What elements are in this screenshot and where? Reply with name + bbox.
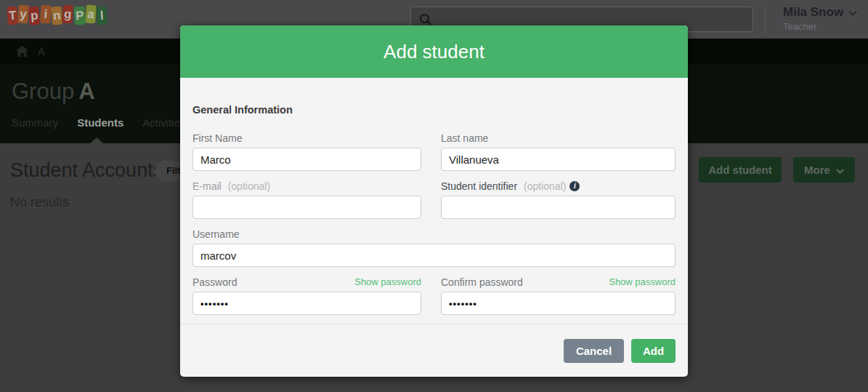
modal-title: Add student: [384, 41, 484, 63]
user-menu[interactable]: Mila Snow Teacher: [783, 5, 857, 32]
page-title: Student Accounts: [10, 159, 163, 182]
email-label: E-mail(optional): [192, 180, 421, 192]
topbar-divider: [765, 6, 766, 33]
password-label: Password Show password: [192, 276, 421, 288]
tab-summary[interactable]: Summary: [12, 116, 58, 129]
cancel-button[interactable]: Cancel: [564, 339, 624, 363]
modal-header: Add student: [180, 25, 688, 78]
logo-letter-1: y: [18, 5, 30, 24]
logo-letter-6: P: [73, 6, 86, 25]
logo-letter-7: a: [85, 5, 97, 24]
logo-letter-3: i: [40, 5, 52, 24]
user-name: Mila Snow: [783, 5, 843, 20]
chevron-down-icon: [836, 164, 844, 176]
chevron-down-icon: [848, 5, 857, 20]
logo-letter-8: l: [96, 7, 108, 25]
show-password-link[interactable]: Show password: [354, 276, 421, 287]
password-input[interactable]: [192, 292, 421, 315]
more-button[interactable]: More: [793, 157, 855, 183]
empty-state-text: No results: [10, 195, 69, 210]
info-icon[interactable]: i: [569, 181, 580, 191]
section-general-information: General Information: [192, 104, 676, 116]
group-title: GroupA: [12, 79, 95, 105]
first-name-input[interactable]: [192, 148, 421, 171]
student-identifier-input[interactable]: [441, 196, 676, 219]
typingpal-logo[interactable]: T y p i n g P a l: [7, 5, 108, 23]
logo-letter-2: p: [29, 7, 41, 25]
email-input[interactable]: [192, 196, 421, 219]
last-name-label: Last name: [441, 132, 676, 144]
last-name-input[interactable]: [441, 148, 676, 171]
username-input[interactable]: [192, 244, 676, 267]
logo-letter-0: T: [7, 7, 18, 25]
first-name-label: First Name: [192, 132, 421, 144]
group-tabs: Summary Students Activities: [12, 116, 186, 129]
tab-activities[interactable]: Activities: [142, 116, 185, 129]
user-role: Teacher: [783, 21, 857, 32]
logo-letter-5: g: [62, 5, 73, 24]
breadcrumb-group-a[interactable]: A: [38, 45, 45, 57]
modal-add-button[interactable]: Add: [631, 339, 676, 363]
footer-divider: [180, 324, 688, 324]
add-student-modal: Add student General Information First Na…: [180, 25, 688, 377]
username-label: Username: [192, 228, 676, 240]
tab-students[interactable]: Students: [77, 116, 123, 129]
student-identifier-label: Student identifier (optional) i: [441, 180, 676, 192]
show-confirm-password-link[interactable]: Show password: [609, 276, 676, 287]
logo-letter-4: n: [51, 7, 62, 25]
active-tab-notch: [90, 137, 103, 143]
add-student-button[interactable]: Add student: [699, 157, 782, 183]
confirm-password-input[interactable]: [441, 292, 676, 315]
confirm-password-label: Confirm password Show password: [441, 276, 676, 288]
